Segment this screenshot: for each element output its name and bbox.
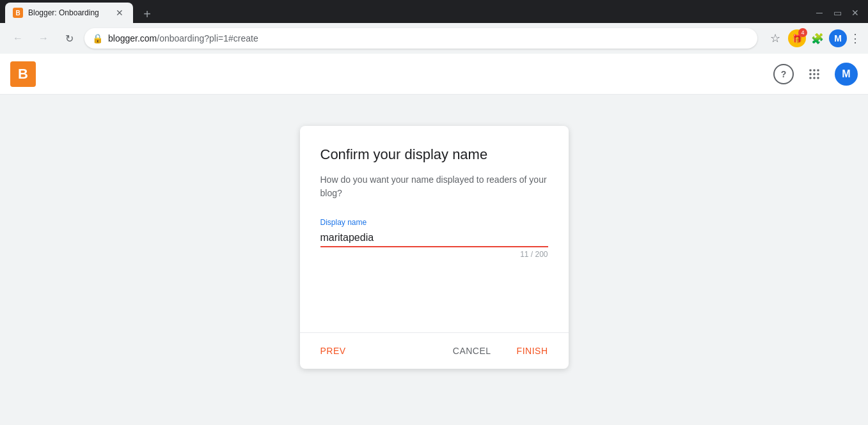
svg-point-7 bbox=[813, 77, 816, 79]
display-name-label: Display name bbox=[320, 218, 548, 227]
main-content: Confirm your display name How do you wan… bbox=[0, 95, 868, 399]
active-tab[interactable]: B Blogger: Onboarding ✕ bbox=[5, 3, 133, 23]
close-button[interactable]: ✕ bbox=[848, 5, 863, 20]
forward-button[interactable]: → bbox=[33, 28, 54, 49]
svg-point-3 bbox=[809, 73, 812, 75]
user-avatar[interactable]: M bbox=[835, 63, 858, 86]
tab-title: Blogger: Onboarding bbox=[28, 8, 109, 17]
dialog-subtitle: How do you want your name displayed to r… bbox=[320, 173, 548, 200]
extensions-area: 🎁 4 🧩 M bbox=[788, 29, 847, 47]
dialog-title: Confirm your display name bbox=[320, 146, 548, 163]
bookmark-button[interactable]: ☆ bbox=[765, 28, 785, 49]
url-display: blogger.com/onboarding?pli=1#create bbox=[108, 33, 750, 43]
dialog-footer: PREV CANCEL FINISH bbox=[300, 332, 569, 369]
character-counter: 11 / 200 bbox=[320, 250, 548, 259]
help-button[interactable]: ? bbox=[773, 64, 794, 84]
navigation-bar: ← → ↻ 🔒 blogger.com/onboarding?pli=1#cre… bbox=[0, 23, 868, 54]
confirm-display-name-dialog: Confirm your display name How do you wan… bbox=[300, 126, 569, 369]
svg-point-6 bbox=[809, 77, 812, 79]
tab-close-button[interactable]: ✕ bbox=[114, 7, 125, 19]
svg-point-1 bbox=[813, 69, 816, 72]
app-header: B ? M bbox=[0, 54, 868, 95]
svg-point-5 bbox=[817, 73, 819, 75]
finish-button[interactable]: FINISH bbox=[507, 341, 558, 361]
dialog-body: Confirm your display name How do you wan… bbox=[300, 126, 569, 332]
tab-favicon: B bbox=[13, 8, 23, 18]
badge-count: 4 bbox=[798, 28, 807, 37]
prev-button[interactable]: PREV bbox=[310, 341, 356, 361]
reload-button[interactable]: ↻ bbox=[59, 28, 79, 49]
nav-right-controls: ☆ 🎁 4 🧩 M ⋮ bbox=[765, 28, 860, 49]
address-bar[interactable]: 🔒 blogger.com/onboarding?pli=1#create bbox=[84, 28, 757, 49]
chrome-profile-avatar[interactable]: M bbox=[829, 29, 847, 47]
back-button[interactable]: ← bbox=[8, 28, 28, 49]
display-name-input[interactable] bbox=[320, 229, 548, 247]
svg-point-0 bbox=[809, 69, 812, 72]
grid-icon bbox=[808, 68, 821, 81]
lock-icon: 🔒 bbox=[92, 33, 103, 43]
chrome-menu-button[interactable]: ⋮ bbox=[849, 31, 860, 45]
new-tab-button[interactable]: + bbox=[138, 5, 156, 23]
blogger-logo: B bbox=[10, 61, 36, 87]
rewards-extension[interactable]: 🎁 4 bbox=[788, 29, 806, 47]
maximize-button[interactable]: ▭ bbox=[830, 5, 845, 20]
extensions-button[interactable]: 🧩 bbox=[809, 29, 826, 47]
svg-point-8 bbox=[817, 77, 819, 79]
header-right: ? M bbox=[773, 63, 858, 86]
minimize-button[interactable]: ─ bbox=[812, 5, 827, 20]
svg-point-2 bbox=[817, 69, 819, 72]
apps-grid-button[interactable] bbox=[804, 64, 825, 84]
svg-point-4 bbox=[813, 73, 816, 75]
cancel-button[interactable]: CANCEL bbox=[443, 341, 501, 361]
